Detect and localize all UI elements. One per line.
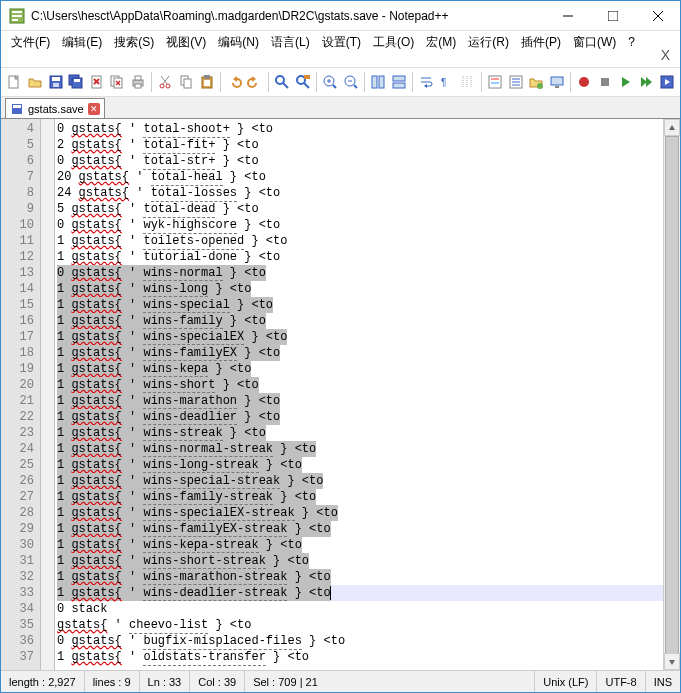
close-all-icon[interactable] <box>108 71 127 93</box>
status-insert-mode[interactable]: INS <box>646 671 680 692</box>
svg-line-40 <box>304 83 309 88</box>
code-line[interactable]: 1 gstats{ ' wins-normal-streak } <to <box>57 441 663 457</box>
menu-help[interactable]: ? <box>622 33 641 51</box>
doc-map-icon[interactable] <box>486 71 505 93</box>
status-encoding[interactable]: UTF-8 <box>597 671 645 692</box>
undo-icon[interactable] <box>225 71 244 93</box>
code-line[interactable]: 20 gstats{ ' total-heal } <to <box>57 169 663 185</box>
replace-icon[interactable] <box>293 71 312 93</box>
code-line[interactable]: 0 gstats{ ' wins-normal } <to <box>57 265 663 281</box>
indent-guide-icon[interactable] <box>458 71 477 93</box>
menu-plugins[interactable]: 插件(P) <box>515 32 567 53</box>
sync-h-icon[interactable] <box>390 71 409 93</box>
code-line[interactable]: 1 gstats{ ' wins-streak } <to <box>57 425 663 441</box>
code-line[interactable]: 1 gstats{ ' wins-family-streak } <to <box>57 489 663 505</box>
func-list-icon[interactable] <box>506 71 525 93</box>
code-line[interactable]: 1 gstats{ ' wins-kepa-streak } <to <box>57 537 663 553</box>
code-line[interactable]: 0 gstats{ ' wyk-highscore } <to <box>57 217 663 233</box>
code-line[interactable]: 0 gstats{ ' total-shoot+ } <to <box>57 121 663 137</box>
code-line[interactable]: 1 gstats{ ' tutorial-done } <to <box>57 249 663 265</box>
code-line[interactable]: 1 gstats{ ' wins-deadlier-streak } <to <box>57 585 663 601</box>
code-line[interactable]: 2 gstats{ ' total-fit+ } <to <box>57 137 663 153</box>
save-icon[interactable] <box>46 71 65 93</box>
zoom-in-icon[interactable] <box>321 71 340 93</box>
code-line[interactable]: 1 gstats{ ' wins-short } <to <box>57 377 663 393</box>
scroll-down-icon[interactable] <box>664 653 680 670</box>
window-title: C:\Users\hesct\AppData\Roaming\.madgarde… <box>31 9 545 23</box>
vertical-scrollbar[interactable] <box>663 119 680 670</box>
code-line[interactable]: 1 gstats{ ' oldstats-transfer } <to <box>57 649 663 665</box>
print-icon[interactable] <box>129 71 148 93</box>
code-line[interactable]: 1 gstats{ ' wins-marathon } <to <box>57 393 663 409</box>
code-line[interactable]: 1 gstats{ ' wins-long-streak } <to <box>57 457 663 473</box>
code-line[interactable]: 1 gstats{ ' wins-special } <to <box>57 297 663 313</box>
cut-icon[interactable] <box>156 71 175 93</box>
menu-macro[interactable]: 宏(M) <box>420 32 462 53</box>
file-tab[interactable]: gstats.save ✕ <box>5 98 105 118</box>
code-line[interactable]: 1 gstats{ ' toilets-opened } <to <box>57 233 663 249</box>
menu-search[interactable]: 搜索(S) <box>108 32 160 53</box>
scroll-up-icon[interactable] <box>664 119 680 136</box>
svg-point-37 <box>276 76 284 84</box>
sync-v-icon[interactable] <box>369 71 388 93</box>
svg-rect-59 <box>491 78 499 80</box>
menu-language[interactable]: 语言(L) <box>265 32 316 53</box>
monitor-icon[interactable] <box>547 71 566 93</box>
menu-window[interactable]: 窗口(W) <box>567 32 622 53</box>
code-line[interactable]: 24 gstats{ ' total-losses } <to <box>57 185 663 201</box>
menu-run[interactable]: 运行(R) <box>462 32 515 53</box>
menu-file[interactable]: 文件(F) <box>5 32 56 53</box>
folder-workspace-icon[interactable] <box>527 71 546 93</box>
new-file-icon[interactable] <box>5 71 24 93</box>
redo-icon[interactable] <box>245 71 264 93</box>
code-line[interactable]: 1 gstats{ ' wins-specialEX } <to <box>57 329 663 345</box>
minimize-button[interactable] <box>545 1 590 30</box>
zoom-out-icon[interactable] <box>341 71 360 93</box>
editor[interactable]: 4567891011121314151617181920212223242526… <box>1 119 680 670</box>
menu-edit[interactable]: 编辑(E) <box>56 32 108 53</box>
code-line[interactable]: 1 gstats{ ' wins-familyEX } <to <box>57 345 663 361</box>
code-line[interactable]: 1 gstats{ ' wins-specialEX-streak } <to <box>57 505 663 521</box>
status-eol[interactable]: Unix (LF) <box>535 671 597 692</box>
play-multi-icon[interactable] <box>637 71 656 93</box>
show-all-chars-icon[interactable]: ¶ <box>438 71 457 93</box>
svg-marker-70 <box>622 77 630 87</box>
menubar-close-icon[interactable]: X <box>661 47 670 63</box>
svg-rect-60 <box>491 82 499 84</box>
record-macro-icon[interactable] <box>575 71 594 93</box>
save-macro-icon[interactable] <box>657 71 676 93</box>
status-sel: Sel : 709 | 21 <box>245 671 535 692</box>
code-line[interactable]: gstats{ ' cheevo-list } <to <box>57 617 663 633</box>
wordwrap-icon[interactable] <box>417 71 436 93</box>
code-line[interactable]: 0 stack <box>57 601 663 617</box>
code-area[interactable]: 0 gstats{ ' total-shoot+ } <to2 gstats{ … <box>55 119 663 670</box>
code-line[interactable]: 1 gstats{ ' wins-kepa } <to <box>57 361 663 377</box>
paste-icon[interactable] <box>197 71 216 93</box>
close-button[interactable] <box>635 1 680 30</box>
code-line[interactable]: 1 gstats{ ' wins-long } <to <box>57 281 663 297</box>
find-icon[interactable] <box>273 71 292 93</box>
menu-view[interactable]: 视图(V) <box>160 32 212 53</box>
code-line[interactable]: 0 gstats{ ' total-str+ } <to <box>57 153 663 169</box>
menu-encoding[interactable]: 编码(N) <box>212 32 265 53</box>
copy-icon[interactable] <box>177 71 196 93</box>
maximize-button[interactable] <box>590 1 635 30</box>
scrollbar-thumb[interactable] <box>665 136 679 656</box>
code-line[interactable]: 5 gstats{ ' total-dead } <to <box>57 201 663 217</box>
code-line[interactable]: 1 gstats{ ' wins-familyEX-streak } <to <box>57 521 663 537</box>
code-line[interactable]: 1 gstats{ ' wins-special-streak } <to <box>57 473 663 489</box>
save-all-icon[interactable] <box>67 71 86 93</box>
menu-settings[interactable]: 设置(T) <box>316 32 367 53</box>
code-line[interactable]: 1 gstats{ ' wins-short-streak } <to <box>57 553 663 569</box>
svg-rect-66 <box>551 77 563 85</box>
menu-tools[interactable]: 工具(O) <box>367 32 420 53</box>
tab-close-icon[interactable]: ✕ <box>88 103 100 115</box>
code-line[interactable]: 1 gstats{ ' wins-family } <to <box>57 313 663 329</box>
close-file-icon[interactable] <box>87 71 106 93</box>
code-line[interactable]: 1 gstats{ ' wins-marathon-streak } <to <box>57 569 663 585</box>
open-file-icon[interactable] <box>26 71 45 93</box>
play-macro-icon[interactable] <box>616 71 635 93</box>
stop-macro-icon[interactable] <box>595 71 614 93</box>
code-line[interactable]: 1 gstats{ ' wins-deadlier } <to <box>57 409 663 425</box>
code-line[interactable]: 0 gstats{ ' bugfix-misplaced-files } <to <box>57 633 663 649</box>
